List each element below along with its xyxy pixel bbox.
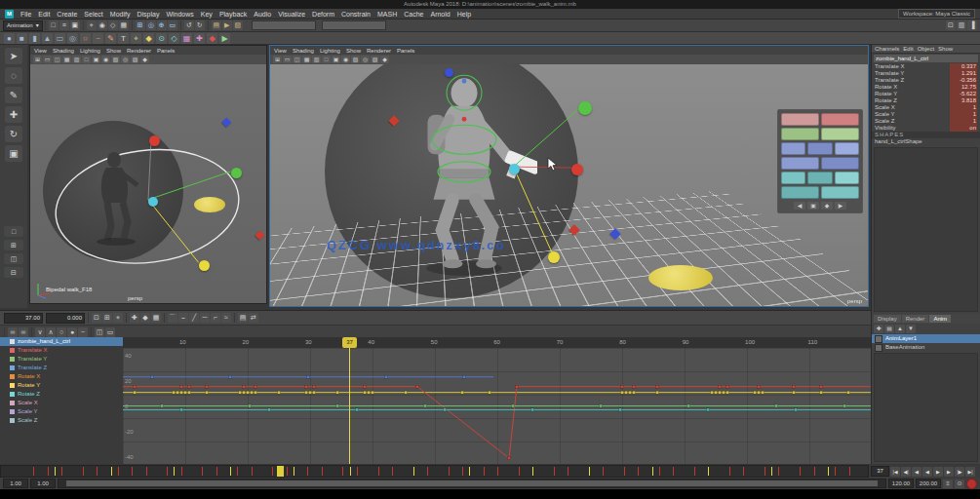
gate-mask-icon[interactable]: ▦: [302, 56, 311, 63]
trail-key-current[interactable]: [148, 197, 158, 207]
motion-key-red[interactable]: [571, 164, 583, 175]
frame-playback-icon[interactable]: ⊞: [102, 313, 112, 323]
playback-start-field[interactable]: 1.00: [30, 479, 56, 488]
isolate-select-icon[interactable]: ◉: [341, 56, 350, 63]
go-to-end-button[interactable]: ▶|: [965, 467, 975, 477]
auto-tangent-icon[interactable]: ~: [78, 327, 88, 337]
value-snap-icon[interactable]: ▭: [105, 327, 115, 337]
channel-menu-channels[interactable]: Channels: [875, 46, 899, 52]
layer-tab-render[interactable]: Render: [902, 315, 929, 323]
add-key-icon[interactable]: ◆: [140, 313, 150, 323]
time-snap-icon[interactable]: ◫: [95, 327, 104, 337]
text-tool-icon[interactable]: T: [118, 33, 129, 44]
undo-icon[interactable]: ↺: [184, 20, 194, 30]
textured-icon[interactable]: ▨: [371, 56, 379, 63]
panel-menu-panels[interactable]: Panels: [397, 48, 414, 54]
channel-row-scale-x[interactable]: Scale X1: [872, 104, 980, 111]
plateau-tangent-icon[interactable]: ≈: [221, 313, 231, 323]
layer-mute-chip[interactable]: [875, 335, 882, 343]
channel-value[interactable]: -0.356: [950, 77, 977, 84]
grid-toggle-icon[interactable]: ⊞: [273, 56, 282, 63]
menu-audio[interactable]: Audio: [254, 11, 271, 18]
select-tool[interactable]: ➤: [5, 48, 22, 64]
channel-value[interactable]: 1: [950, 118, 977, 125]
channel-row-translate-x[interactable]: Translate X0.337: [872, 63, 980, 70]
trail-key-yellow[interactable]: [199, 260, 210, 271]
channel-value[interactable]: 3.818: [950, 97, 977, 104]
poly-torus-icon[interactable]: ◎: [67, 33, 78, 44]
panel-menu-lighting[interactable]: Lighting: [320, 48, 340, 54]
menu-mash[interactable]: MASH: [377, 11, 397, 18]
playback-end-field[interactable]: 120.00: [888, 479, 914, 488]
channel-value[interactable]: 12.75: [950, 84, 977, 91]
picker-button-6-2[interactable]: [821, 186, 859, 199]
wireframe-on-shaded-icon[interactable]: ◎: [121, 56, 130, 63]
channel-value[interactable]: 1: [950, 111, 977, 118]
trail-key-green[interactable]: [231, 168, 242, 178]
animation-end-field[interactable]: 200.00: [916, 479, 941, 488]
xray-icon[interactable]: ▧: [351, 56, 360, 63]
lock-tangent-weight-icon[interactable]: ●: [67, 327, 77, 337]
picker-key-icon[interactable]: ◆: [821, 202, 833, 210]
persp-outliner-layout-button[interactable]: ◫: [4, 253, 23, 264]
pre-infinity-cycle-icon[interactable]: ∞: [8, 327, 18, 337]
panel-menu-shading[interactable]: Shading: [293, 48, 314, 54]
redo-icon[interactable]: ↻: [195, 20, 205, 30]
menu-help[interactable]: Help: [457, 11, 471, 18]
insert-key-icon[interactable]: ✚: [130, 313, 139, 323]
step-back-key-button[interactable]: ◀|: [901, 467, 911, 477]
break-tangents-icon[interactable]: ∨: [35, 327, 45, 337]
channel-row-translate-y[interactable]: Translate Y1.291: [872, 70, 980, 77]
selected-object-name[interactable]: zombie_hand_L_ctrl: [874, 55, 978, 62]
picker-button-2-1[interactable]: [781, 128, 819, 140]
menu-windows[interactable]: Windows: [166, 11, 193, 18]
lighting-icon[interactable]: ◆: [380, 56, 389, 63]
move-layer-down-icon[interactable]: ▼: [906, 325, 916, 333]
menu-display[interactable]: Display: [137, 11, 159, 18]
value-stat-field[interactable]: 0.000: [46, 313, 85, 324]
modeling-toolkit-icon[interactable]: ⊡: [946, 20, 956, 30]
picker-button-1-2[interactable]: [821, 113, 859, 126]
curve-item-scale-z[interactable]: Scale Z: [0, 416, 123, 425]
step-tangent-icon[interactable]: ⌐: [211, 313, 220, 323]
curve-item-translate-y[interactable]: Translate Y: [0, 355, 123, 364]
auto-keyframe-toggle[interactable]: [966, 479, 977, 489]
resolution-gate-icon[interactable]: ◫: [53, 56, 61, 63]
menu-constrain[interactable]: Constrain: [341, 11, 371, 18]
ep-curve-icon[interactable]: ~: [93, 33, 103, 44]
unify-tangents-icon[interactable]: ∧: [46, 327, 56, 337]
free-tangent-weight-icon[interactable]: ○: [57, 327, 66, 337]
linear-tangent-icon[interactable]: ╱: [189, 313, 199, 323]
center-current-time-icon[interactable]: ⌖: [113, 313, 123, 323]
panel-menu-show[interactable]: Show: [106, 48, 121, 54]
snap-point-icon[interactable]: ⊕: [157, 20, 167, 30]
menu-key[interactable]: Key: [201, 11, 213, 18]
poly-cylinder-icon[interactable]: ▮: [29, 33, 40, 44]
panel-menu-view[interactable]: View: [34, 48, 47, 54]
playhead-line[interactable]: [349, 348, 350, 464]
curve-item-scale-x[interactable]: Scale X: [0, 399, 123, 407]
safe-action-icon[interactable]: □: [322, 56, 331, 63]
range-slider[interactable]: [58, 479, 886, 488]
step-forward-frame-button[interactable]: ▶: [944, 467, 954, 477]
picker-button-3-3[interactable]: [835, 142, 859, 155]
viewport-left-canvas[interactable]: Bipedal walk_F18 persp: [30, 64, 266, 303]
panel-menu-view[interactable]: View: [274, 48, 287, 54]
time-slider[interactable]: [0, 465, 869, 478]
character-set-icon[interactable]: ≡: [943, 480, 953, 488]
highlight-selection-icon[interactable]: ▦: [119, 20, 129, 30]
channel-row-translate-z[interactable]: Translate Z-0.356: [872, 77, 980, 84]
channel-value[interactable]: on: [950, 125, 977, 132]
curve-item-scale-y[interactable]: Scale Y: [0, 407, 123, 416]
step-back-frame-button[interactable]: ◀: [912, 467, 921, 477]
panel-menu-panels[interactable]: Panels: [157, 48, 175, 54]
channel-value[interactable]: 1.291: [950, 70, 977, 77]
picker-button-1-1[interactable]: [781, 113, 819, 126]
lighting-icon[interactable]: ◆: [140, 56, 149, 63]
curve-item-zombie-hand-l-ctrl[interactable]: zombie_hand_L_ctrl: [0, 337, 123, 346]
flat-tangent-icon[interactable]: ─: [200, 313, 210, 323]
curve-item-rotate-y[interactable]: Rotate Y: [0, 381, 123, 390]
channel-row-scale-z[interactable]: Scale Z1: [872, 118, 980, 125]
safe-action-icon[interactable]: □: [82, 56, 91, 63]
channel-menu-show[interactable]: Show: [938, 46, 953, 52]
